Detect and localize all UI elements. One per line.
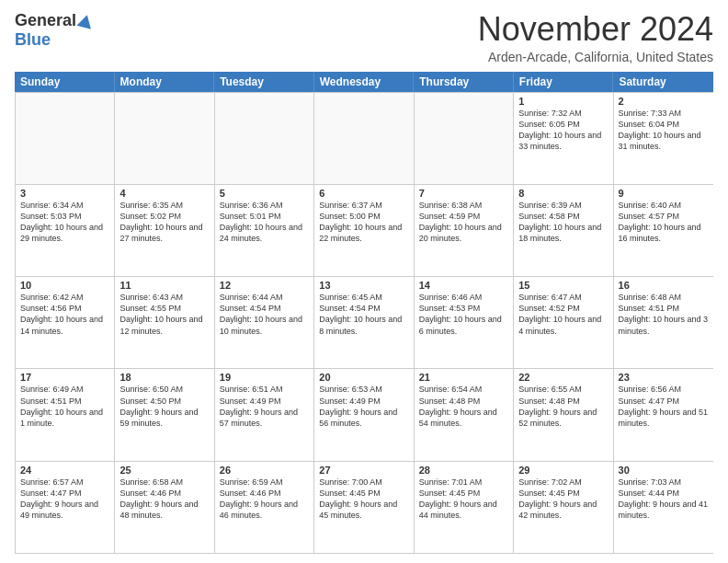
day-number: 23 — [619, 372, 709, 383]
calendar: SundayMondayTuesdayWednesdayThursdayFrid… — [15, 72, 713, 554]
calendar-cell: 15Sunrise: 6:47 AM Sunset: 4:52 PM Dayli… — [514, 277, 613, 368]
cell-text: Sunrise: 6:53 AM Sunset: 4:49 PM Dayligh… — [319, 384, 408, 429]
day-number: 27 — [319, 465, 408, 476]
day-number: 28 — [419, 465, 508, 476]
calendar-cell — [16, 93, 115, 184]
cell-text: Sunrise: 7:03 AM Sunset: 4:44 PM Dayligh… — [619, 477, 709, 522]
calendar-header-day: Friday — [514, 72, 614, 92]
cell-text: Sunrise: 6:56 AM Sunset: 4:47 PM Dayligh… — [619, 384, 709, 429]
day-number: 19 — [220, 372, 309, 383]
calendar-cell: 3Sunrise: 6:34 AM Sunset: 5:03 PM Daylig… — [16, 185, 115, 276]
location: Arden-Arcade, California, United States — [478, 50, 713, 64]
calendar-header-day: Saturday — [613, 72, 713, 92]
calendar-cell: 24Sunrise: 6:57 AM Sunset: 4:47 PM Dayli… — [16, 462, 115, 553]
day-number: 26 — [220, 465, 309, 476]
calendar-header: SundayMondayTuesdayWednesdayThursdayFrid… — [15, 72, 713, 92]
cell-text: Sunrise: 6:35 AM Sunset: 5:02 PM Dayligh… — [119, 200, 209, 245]
cell-text: Sunrise: 6:36 AM Sunset: 5:01 PM Dayligh… — [220, 200, 309, 245]
calendar-cell: 22Sunrise: 6:55 AM Sunset: 4:48 PM Dayli… — [514, 369, 613, 460]
calendar-row: 10Sunrise: 6:42 AM Sunset: 4:56 PM Dayli… — [16, 276, 713, 368]
calendar-header-day: Tuesday — [214, 72, 314, 92]
cell-text: Sunrise: 7:33 AM Sunset: 6:04 PM Dayligh… — [619, 108, 709, 153]
calendar-row: 1Sunrise: 7:32 AM Sunset: 6:05 PM Daylig… — [16, 92, 713, 184]
day-number: 22 — [518, 372, 608, 383]
cell-text: Sunrise: 7:01 AM Sunset: 4:45 PM Dayligh… — [419, 477, 508, 522]
calendar-cell: 30Sunrise: 7:03 AM Sunset: 4:44 PM Dayli… — [614, 462, 713, 553]
calendar-cell: 18Sunrise: 6:50 AM Sunset: 4:50 PM Dayli… — [115, 369, 214, 460]
day-number: 5 — [220, 188, 309, 199]
cell-text: Sunrise: 7:00 AM Sunset: 4:45 PM Dayligh… — [319, 477, 408, 522]
calendar-row: 17Sunrise: 6:49 AM Sunset: 4:51 PM Dayli… — [16, 368, 713, 460]
day-number: 14 — [419, 280, 508, 291]
day-number: 24 — [20, 465, 109, 476]
calendar-cell: 9Sunrise: 6:40 AM Sunset: 4:57 PM Daylig… — [614, 185, 713, 276]
calendar-cell: 2Sunrise: 7:33 AM Sunset: 6:04 PM Daylig… — [614, 93, 713, 184]
calendar-header-day: Thursday — [414, 72, 514, 92]
day-number: 11 — [119, 280, 209, 291]
cell-text: Sunrise: 6:42 AM Sunset: 4:56 PM Dayligh… — [20, 292, 109, 337]
day-number: 2 — [619, 96, 709, 107]
day-number: 17 — [20, 372, 109, 383]
calendar-cell: 5Sunrise: 6:36 AM Sunset: 5:01 PM Daylig… — [215, 185, 314, 276]
cell-text: Sunrise: 6:49 AM Sunset: 4:51 PM Dayligh… — [20, 384, 109, 429]
cell-text: Sunrise: 7:32 AM Sunset: 6:05 PM Dayligh… — [518, 108, 608, 153]
cell-text: Sunrise: 6:55 AM Sunset: 4:48 PM Dayligh… — [518, 384, 608, 429]
calendar-row: 24Sunrise: 6:57 AM Sunset: 4:47 PM Dayli… — [16, 461, 713, 553]
cell-text: Sunrise: 6:39 AM Sunset: 4:58 PM Dayligh… — [518, 200, 608, 245]
day-number: 29 — [518, 465, 608, 476]
calendar-cell: 7Sunrise: 6:38 AM Sunset: 4:59 PM Daylig… — [415, 185, 514, 276]
day-number: 10 — [20, 280, 109, 291]
cell-text: Sunrise: 6:44 AM Sunset: 4:54 PM Dayligh… — [220, 292, 309, 337]
calendar-cell: 6Sunrise: 6:37 AM Sunset: 5:00 PM Daylig… — [314, 185, 414, 276]
calendar-cell: 26Sunrise: 6:59 AM Sunset: 4:46 PM Dayli… — [215, 462, 314, 553]
day-number: 15 — [518, 280, 608, 291]
title-block: November 2024 Arden-Arcade, California, … — [478, 11, 713, 64]
day-number: 3 — [20, 188, 109, 199]
day-number: 4 — [119, 188, 209, 199]
logo-blue-text: Blue — [15, 30, 51, 50]
cell-text: Sunrise: 6:54 AM Sunset: 4:48 PM Dayligh… — [419, 384, 508, 429]
day-number: 6 — [319, 188, 408, 199]
logo-triangle-icon — [77, 13, 95, 29]
cell-text: Sunrise: 6:48 AM Sunset: 4:51 PM Dayligh… — [619, 292, 709, 337]
calendar-body: 1Sunrise: 7:32 AM Sunset: 6:05 PM Daylig… — [15, 92, 713, 554]
cell-text: Sunrise: 6:40 AM Sunset: 4:57 PM Dayligh… — [619, 200, 709, 245]
cell-text: Sunrise: 6:45 AM Sunset: 4:54 PM Dayligh… — [319, 292, 408, 337]
day-number: 13 — [319, 280, 408, 291]
calendar-cell: 14Sunrise: 6:46 AM Sunset: 4:53 PM Dayli… — [415, 277, 514, 368]
cell-text: Sunrise: 6:34 AM Sunset: 5:03 PM Dayligh… — [20, 200, 109, 245]
day-number: 18 — [119, 372, 209, 383]
calendar-cell — [314, 93, 414, 184]
cell-text: Sunrise: 6:43 AM Sunset: 4:55 PM Dayligh… — [119, 292, 209, 337]
cell-text: Sunrise: 6:59 AM Sunset: 4:46 PM Dayligh… — [220, 477, 309, 522]
calendar-cell: 16Sunrise: 6:48 AM Sunset: 4:51 PM Dayli… — [614, 277, 713, 368]
logo-general-text: General — [15, 11, 76, 30]
calendar-cell: 12Sunrise: 6:44 AM Sunset: 4:54 PM Dayli… — [215, 277, 314, 368]
calendar-header-day: Wednesday — [314, 72, 415, 92]
calendar-cell: 23Sunrise: 6:56 AM Sunset: 4:47 PM Dayli… — [614, 369, 713, 460]
calendar-cell: 27Sunrise: 7:00 AM Sunset: 4:45 PM Dayli… — [314, 462, 414, 553]
day-number: 12 — [220, 280, 309, 291]
calendar-cell — [215, 93, 314, 184]
cell-text: Sunrise: 6:58 AM Sunset: 4:46 PM Dayligh… — [119, 477, 209, 522]
day-number: 7 — [419, 188, 508, 199]
day-number: 9 — [619, 188, 709, 199]
cell-text: Sunrise: 6:46 AM Sunset: 4:53 PM Dayligh… — [419, 292, 508, 337]
calendar-cell: 11Sunrise: 6:43 AM Sunset: 4:55 PM Dayli… — [115, 277, 214, 368]
header: General Blue November 2024 Arden-Arcade,… — [15, 11, 713, 64]
calendar-cell: 28Sunrise: 7:01 AM Sunset: 4:45 PM Dayli… — [415, 462, 514, 553]
cell-text: Sunrise: 7:02 AM Sunset: 4:45 PM Dayligh… — [518, 477, 608, 522]
calendar-cell — [415, 93, 514, 184]
calendar-cell: 4Sunrise: 6:35 AM Sunset: 5:02 PM Daylig… — [115, 185, 214, 276]
day-number: 1 — [518, 96, 608, 107]
calendar-cell: 20Sunrise: 6:53 AM Sunset: 4:49 PM Dayli… — [314, 369, 414, 460]
cell-text: Sunrise: 6:51 AM Sunset: 4:49 PM Dayligh… — [220, 384, 309, 429]
calendar-cell: 1Sunrise: 7:32 AM Sunset: 6:05 PM Daylig… — [514, 93, 613, 184]
calendar-cell: 29Sunrise: 7:02 AM Sunset: 4:45 PM Dayli… — [514, 462, 613, 553]
logo: General Blue — [15, 11, 93, 50]
month-title: November 2024 — [478, 11, 713, 48]
day-number: 20 — [319, 372, 408, 383]
calendar-cell: 10Sunrise: 6:42 AM Sunset: 4:56 PM Dayli… — [16, 277, 115, 368]
calendar-cell: 25Sunrise: 6:58 AM Sunset: 4:46 PM Dayli… — [115, 462, 214, 553]
day-number: 8 — [518, 188, 608, 199]
